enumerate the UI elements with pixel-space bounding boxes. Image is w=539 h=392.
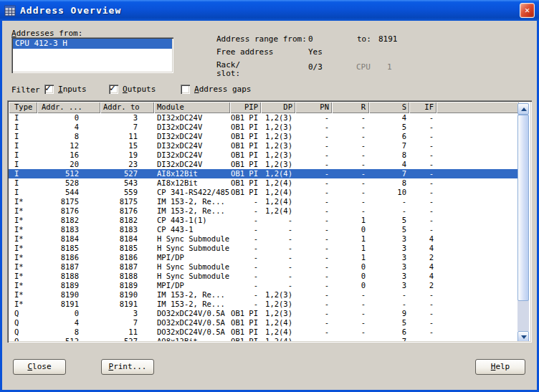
table-cell: - bbox=[295, 132, 332, 141]
table-row[interactable]: I*81848184H Sync Submodule---134 bbox=[9, 234, 519, 244]
table-cell: DO32xDC24V/0.5A bbox=[154, 318, 230, 328]
table-cell: - bbox=[332, 318, 369, 328]
table-cell: CP 443-1 bbox=[154, 225, 230, 234]
checkbox-outputs[interactable]: ✓Outputs bbox=[109, 84, 156, 94]
close-button[interactable]: ✕ bbox=[520, 3, 535, 18]
table-cell: - bbox=[332, 178, 369, 188]
column-header-type[interactable]: Type bbox=[9, 102, 37, 113]
column-header-pip[interactable]: PIP bbox=[230, 102, 261, 113]
table-cell: - bbox=[332, 309, 369, 318]
table-row[interactable]: I*81828182CP 443-1(1)---15- bbox=[9, 216, 519, 225]
column-header-r[interactable]: R bbox=[332, 102, 369, 113]
scrollbar-thumb[interactable] bbox=[517, 115, 529, 301]
table-cell: 4 bbox=[37, 318, 100, 328]
scrollbar-up-button[interactable] bbox=[517, 103, 529, 115]
table-cell: I bbox=[9, 113, 37, 123]
table-cell: Q bbox=[9, 318, 37, 328]
table-cell: - bbox=[332, 150, 369, 160]
table-row[interactable]: I544559CP 341-RS422/485OB1 PI1,2(4)--10- bbox=[9, 188, 519, 197]
table-cell: 8183 bbox=[37, 225, 100, 234]
table-cell: - bbox=[332, 188, 369, 197]
table-row[interactable]: I811DI32xDC24VOB1 PI1,2(3)--6- bbox=[9, 132, 519, 141]
table-row[interactable]: I*81838183CP 443-1---05- bbox=[9, 225, 519, 234]
table-row[interactable]: I03DI32xDC24VOB1 PI1,2(3)--4- bbox=[9, 113, 519, 123]
table-cell: - bbox=[261, 234, 295, 244]
table-cell: OB1 PI bbox=[230, 123, 261, 132]
column-header-s[interactable]: S bbox=[369, 102, 409, 113]
scrollbar-down-button[interactable] bbox=[517, 331, 529, 341]
table-row[interactable]: I47DI32xDC24VOB1 PI1,2(3)--5- bbox=[9, 123, 519, 132]
table-cell: 1,2(3) bbox=[261, 160, 295, 169]
table-cell: OB1 PI bbox=[230, 169, 261, 178]
table-row[interactable]: Q811DO32xDC24V/0.5AOB1 PI1,2(4)--6- bbox=[9, 328, 519, 337]
table-row[interactable]: Q512527AO8x12BitOB1 PI1,2(4)--7- bbox=[9, 337, 519, 341]
column-header-addr-to[interactable]: Addr. to bbox=[100, 102, 154, 113]
table-cell: - bbox=[409, 123, 437, 132]
table-cell: 1,2(4) bbox=[261, 169, 295, 178]
table-cell: 6 bbox=[369, 132, 409, 141]
table-cell: - bbox=[369, 300, 409, 309]
table-cell: 8182 bbox=[100, 216, 154, 225]
table-cell: - bbox=[261, 272, 295, 281]
address-table: TypeAddr. ...Addr. toModulePIPDPPNRSIF I… bbox=[7, 100, 532, 343]
table-row[interactable]: I*81888188H Sync Submodule---034 bbox=[9, 272, 519, 281]
table-cell: 544 bbox=[37, 188, 100, 197]
table-cell: 1 bbox=[332, 253, 369, 262]
column-header-if[interactable]: IF bbox=[409, 102, 437, 113]
column-header-pn[interactable]: PN bbox=[295, 102, 332, 113]
checkbox-address-gaps[interactable]: Address gaps bbox=[181, 84, 251, 94]
table-row[interactable]: I*81878187H Sync Submodule---034 bbox=[9, 262, 519, 272]
table-row[interactable]: I2023DI32xDC24VOB1 PI1,2(3)--4- bbox=[9, 160, 519, 169]
table-row[interactable]: I*81898189MPI/DP---032 bbox=[9, 281, 519, 290]
list-item-cpu[interactable]: CPU 412-3 H bbox=[13, 39, 172, 49]
table-row[interactable]: I*81758175IM 153-2, Re...-1,2(4)---- bbox=[9, 197, 519, 206]
checkbox-inputs[interactable]: ✓Inputs bbox=[44, 84, 87, 94]
table-row[interactable]: Q47DO32xDC24V/0.5AOB1 PI1,2(4)--5- bbox=[9, 318, 519, 328]
table-row[interactable]: I528543AI8x12BitOB1 PI1,2(4)--8- bbox=[9, 178, 519, 188]
table-row[interactable]: I1215DI32xDC24VOB1 PI1,2(3)--7- bbox=[9, 141, 519, 150]
table-row[interactable]: I*81918191IM 153-2, Re...-1,2(3)---- bbox=[9, 300, 519, 309]
table-cell: 6 bbox=[369, 328, 409, 337]
help-button[interactable]: Help bbox=[475, 359, 525, 375]
column-header-dp[interactable]: DP bbox=[261, 102, 295, 113]
table-cell: - bbox=[295, 178, 332, 188]
addresses-listbox[interactable]: CPU 412-3 H bbox=[11, 37, 173, 73]
checkbox-label: Outputs bbox=[123, 85, 156, 94]
scrollbar-track[interactable] bbox=[517, 115, 529, 331]
table-cell: 8175 bbox=[100, 197, 154, 206]
table-row[interactable]: I*81768176IM 153-2, Re...-1,2(4)---- bbox=[9, 206, 519, 216]
column-header-module[interactable]: Module bbox=[154, 102, 230, 113]
close-dialog-button[interactable]: Close bbox=[13, 359, 66, 375]
table-cell: I* bbox=[9, 300, 37, 309]
table-cell: - bbox=[332, 328, 369, 337]
table-cell: 0 bbox=[332, 272, 369, 281]
table-row[interactable]: I*81868186MPI/DP---132 bbox=[9, 253, 519, 262]
free-address-label: Free address bbox=[216, 47, 273, 57]
table-cell: 23 bbox=[100, 160, 154, 169]
print-button[interactable]: Print... bbox=[101, 359, 154, 375]
table-cell: DI32xDC24V bbox=[154, 150, 230, 160]
table-row[interactable]: I512527AI8x12BitOB1 PI1,2(4)--7- bbox=[9, 169, 519, 178]
table-cell: DI32xDC24V bbox=[154, 141, 230, 150]
checkbox-label: Inputs bbox=[58, 85, 87, 94]
table-cell: 11 bbox=[100, 132, 154, 141]
table-row[interactable]: I*81908190IM 153-2, Re...-1,2(3)---- bbox=[9, 290, 519, 300]
table-cell: Q bbox=[9, 309, 37, 318]
table-cell: I* bbox=[9, 262, 37, 272]
table-cell: - bbox=[295, 309, 332, 318]
table-row[interactable]: I1619DI32xDC24VOB1 PI1,2(3)--8- bbox=[9, 150, 519, 160]
checkbox-box bbox=[181, 85, 190, 94]
table-cell: - bbox=[295, 281, 332, 290]
table-cell: 8190 bbox=[100, 290, 154, 300]
table-row[interactable]: Q03DO32xDC24V/0.5AOB1 PI1,2(3)--9- bbox=[9, 309, 519, 318]
column-header-addr[interactable]: Addr. ... bbox=[37, 102, 100, 113]
table-cell: 8 bbox=[369, 178, 409, 188]
table-cell: 3 bbox=[100, 113, 154, 123]
vertical-scrollbar[interactable] bbox=[517, 103, 529, 341]
table-cell: 8182 bbox=[37, 216, 100, 225]
table-cell: 0 bbox=[332, 225, 369, 234]
table-cell: - bbox=[332, 169, 369, 178]
table-cell: 8189 bbox=[100, 281, 154, 290]
table-row[interactable]: I*81858185H Sync Submodule---134 bbox=[9, 244, 519, 253]
titlebar[interactable]: Address Overview ✕ bbox=[0, 0, 539, 21]
